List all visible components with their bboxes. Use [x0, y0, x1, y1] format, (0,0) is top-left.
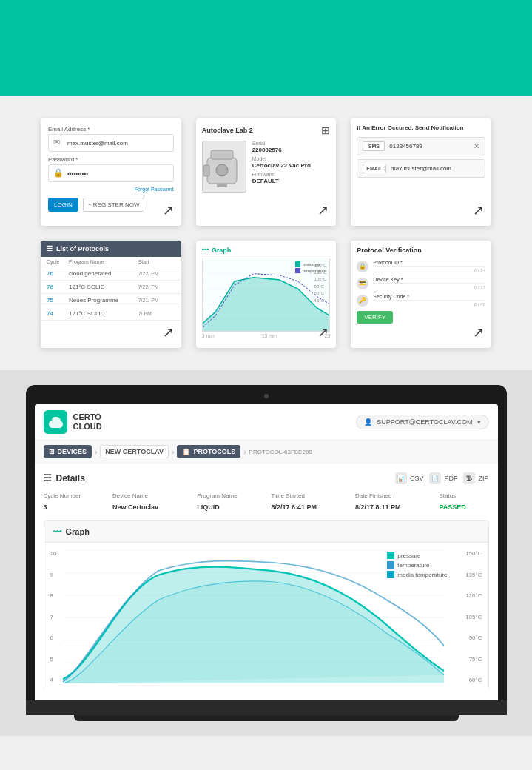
details-row: 3 New Certoclav LIQUID 8/2/17 6:41 PM 8/…: [44, 501, 489, 513]
y-right-60: 60°C: [465, 677, 482, 683]
x-label-1: 13 min: [262, 333, 277, 338]
pv-field-protocol-content: Protocol ID * 0 / 24: [373, 260, 485, 272]
svg-rect-2: [211, 150, 233, 159]
device-image: [202, 141, 246, 192]
svg-rect-4: [217, 184, 227, 187]
col-start: Start: [138, 259, 175, 264]
forgot-password-link[interactable]: Forgot Password: [48, 187, 174, 192]
graph-section-icon: 〰: [53, 527, 61, 536]
notif-row-sms: SMS 0123456789 ✕: [357, 137, 485, 155]
device-card: Autoclave Lab 2 ⊞ Serial 22000257: [196, 118, 337, 226]
user-email: SUPPORT@CERTOCLAV.COM: [377, 418, 472, 426]
legend-temperature-box: [387, 561, 394, 569]
legend-media-temp-text: media temperature: [397, 572, 447, 578]
nav-protocol-id: PROTOCOL-63FBE298: [249, 449, 312, 455]
pv-title: Protocol Verification: [357, 247, 485, 254]
notif-sms-value: 0123456789: [389, 143, 469, 150]
screen-logo: CERTO CLOUD: [44, 410, 102, 434]
nav-new-certoclav-label: NEW CERTOCLAV: [105, 448, 164, 455]
email-icon: ✉: [53, 138, 64, 148]
cursor-overlay-4: ↗: [163, 324, 174, 341]
screenshots-section: Email Address * ✉ max.muster@mail.com Pa…: [0, 96, 532, 370]
pv-security-count: 0 / 40: [373, 302, 485, 307]
val-program: LIQUID: [197, 501, 271, 513]
val-date-finished: 8/2/17 8:11 PM: [355, 501, 440, 513]
graph-area: pressure temperature 150°C 130°C 105°C 9…: [202, 258, 331, 332]
protocols-icon: 📋: [182, 448, 190, 455]
legend-pressure-box: [387, 552, 394, 559]
top-banner: [0, 0, 532, 96]
th-date-finished: Date Finished: [355, 490, 440, 501]
pdf-icon: 📄: [429, 472, 441, 484]
y-right-105: 105°C: [465, 614, 482, 620]
val-status: PASSED: [439, 501, 488, 513]
prog-cloud: cloud generated: [69, 270, 138, 277]
legend-temperature-text: temperature: [397, 562, 429, 569]
device-header: Autoclave Lab 2 ⊞: [202, 124, 331, 136]
val-time-started: 8/2/17 6:41 PM: [271, 501, 355, 513]
start-3: 7/ PM: [138, 311, 175, 316]
th-status: Status: [439, 490, 488, 501]
user-dropdown-icon: ▾: [477, 418, 481, 426]
legend-item-pressure: pressure: [387, 552, 447, 559]
nav-new-certoclav[interactable]: NEW CERTOCLAV: [100, 445, 169, 458]
monitor-outer: CERTO CLOUD 👤 SUPPORT@CERTOCLAV.COM ▾ ⊞: [26, 385, 507, 721]
graph-chart-area: 10 9 8 7 6 5 4: [44, 543, 488, 689]
screen-user[interactable]: 👤 SUPPORT@CERTOCLAV.COM ▾: [356, 415, 488, 429]
graph-wave-icon: 〰: [202, 247, 209, 254]
logo-line1: CERTO: [73, 412, 102, 422]
notif-email-value: max.muster@mail.com: [391, 165, 479, 172]
y-left-7: 7: [50, 614, 57, 620]
details-icon: ☰: [44, 473, 52, 483]
legend-item-temperature: temperature: [387, 561, 447, 569]
autoclave-svg: [203, 143, 244, 191]
y-left-5: 5: [50, 656, 57, 663]
register-button[interactable]: + REGISTER NOW: [83, 198, 145, 212]
login-btn-row: LOGIN + REGISTER NOW: [48, 198, 174, 212]
y-right-150: 150°C: [465, 550, 482, 557]
details-table: Cycle Number Device Name Program Name Ti…: [44, 490, 489, 513]
csv-button[interactable]: 📊 CSV: [395, 472, 424, 484]
col-cycle: Cycle: [47, 259, 69, 264]
notif-close-sms[interactable]: ✕: [474, 142, 479, 150]
grid-icon: ⊞: [321, 124, 330, 136]
monitor-frame: CERTO CLOUD 👤 SUPPORT@CERTOCLAV.COM ▾ ⊞: [26, 385, 507, 700]
pv-security-label: Security Code *: [373, 294, 485, 299]
th-device: Device Name: [112, 490, 197, 501]
nav-protocols[interactable]: 📋 PROTOCOLS: [177, 445, 240, 458]
pv-icon-security: 🔑: [357, 295, 368, 307]
start-0: 7/22/ PM: [138, 271, 175, 276]
model-label: Model: [252, 156, 311, 161]
login-button[interactable]: LOGIN: [48, 198, 78, 212]
notif-row-email: EMAIL max.muster@mail.com: [357, 159, 485, 178]
details-section: ☰ Details 📊 CSV 📄 PDF: [44, 472, 489, 513]
details-title-text: Details: [56, 473, 85, 483]
pl-title: List of Protocols: [56, 245, 109, 252]
cycle-76b: 76: [47, 284, 69, 290]
graph-section-header: 〰 Graph: [44, 521, 488, 543]
val-device: New Certoclav: [112, 501, 197, 513]
pv-device-count: 0 / 17: [373, 285, 485, 289]
y-axis-right: 150°C 130°C 105°C 90°C 60°C 45°C: [314, 262, 327, 305]
pv-field-device-content: Device Key * 0 / 17: [373, 277, 485, 289]
nav-sep-3: ›: [243, 448, 246, 456]
pv-protocol-bar: [373, 266, 485, 267]
svg-rect-1: [203, 165, 209, 176]
device-title: Autoclave Lab 2: [202, 127, 253, 134]
pressure-color: [295, 261, 300, 267]
svg-point-3: [216, 164, 228, 176]
pdf-button[interactable]: 📄 PDF: [429, 472, 457, 484]
nav-devices[interactable]: ⊞ DEVICES: [44, 445, 92, 458]
y-left-8: 8: [50, 592, 57, 599]
legend-media-temp-box: [387, 571, 394, 578]
cursor-overlay-6: ↗: [473, 324, 484, 341]
firmware-label: Firmware: [252, 172, 311, 177]
graph-title: 〰 Graph: [202, 247, 331, 254]
zip-button[interactable]: 🗜 ZIP: [463, 472, 488, 484]
pl-row-3: 74 121°C SOLID 7/ PM: [41, 307, 181, 321]
pv-protocol-count: 0 / 24: [373, 268, 485, 272]
verify-button[interactable]: VERIFY: [357, 311, 393, 324]
y-right-135: 135°C: [465, 572, 482, 578]
notif-type-email: EMAIL: [363, 164, 386, 173]
start-2: 7/21/ PM: [138, 298, 175, 303]
